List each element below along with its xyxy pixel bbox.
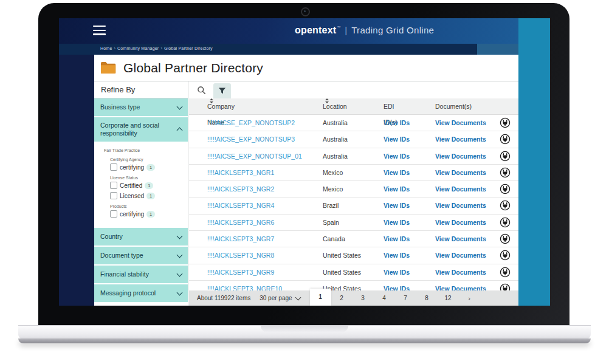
view-documents-link[interactable]: View Documents: [435, 165, 486, 180]
breadcrumb-item[interactable]: Community Manager: [117, 46, 159, 50]
connect-plug-icon[interactable]: [500, 117, 511, 128]
connect-plug-icon[interactable]: [500, 267, 511, 278]
sidebar-section-country[interactable]: Country: [94, 228, 188, 246]
page-button-12[interactable]: 12: [438, 290, 459, 306]
next-page-button[interactable]: ›: [459, 295, 480, 302]
sidebar-section-corporate-social-responsibility[interactable]: Corporate and social responsibility: [94, 117, 188, 142]
page-button-8[interactable]: 8: [416, 290, 438, 306]
company-name-link[interactable]: !!!!!AICSE_EXP_NONOTSUP2: [207, 115, 295, 131]
view-documents-link[interactable]: View Documents: [435, 148, 486, 164]
view-ids-link[interactable]: View IDs: [384, 181, 410, 197]
app-header-bar: [59, 18, 518, 44]
company-name-link[interactable]: !!!!AICKLSEPT3_NGR2: [207, 181, 274, 197]
view-documents-link[interactable]: View Documents: [435, 215, 486, 230]
connect-plug-icon[interactable]: [500, 184, 511, 194]
sidebar-section-business-type[interactable]: Business type: [94, 98, 188, 116]
sidebar-section-messaging-protocol[interactable]: Messaging protocol: [94, 284, 188, 302]
option-label: certifying: [120, 211, 144, 218]
table-body: !!!!!AICSE_EXP_NONOTSUP2 Australia View …: [189, 115, 518, 297]
breadcrumb-item[interactable]: Global Partner Directory: [164, 46, 213, 50]
view-ids-link[interactable]: View IDs: [384, 165, 410, 180]
items-summary: About 119922 items: [197, 295, 250, 301]
trademark-symbol: ™: [337, 26, 340, 29]
sort-icon: [210, 98, 213, 103]
page-button-4[interactable]: 4: [374, 290, 395, 306]
company-name-link[interactable]: !!!!AICKLSEPT3_NGR1: [207, 165, 274, 180]
filter-option-products-certifying[interactable]: certifying 1: [110, 210, 188, 218]
filter-tab[interactable]: [213, 83, 231, 98]
table-row: !!!!AICKLSEPT3_NGR2 Mexico View IDs View…: [189, 181, 518, 197]
table-row: !!!!AICKLSEPT3_NGR6 Spain View IDs View …: [189, 215, 518, 231]
breadcrumb-separator: ›: [114, 46, 115, 50]
connect-plug-icon[interactable]: [500, 250, 511, 261]
chevron-down-icon: [177, 270, 183, 276]
table-row: !!!!!AICSE_EXP_NONOTSUP2 Australia View …: [189, 115, 518, 131]
connect-plug-icon[interactable]: [500, 167, 511, 178]
pagination-bar: About 119922 items 30 per page 12347812 …: [189, 290, 518, 306]
location-cell: Canada: [323, 231, 345, 247]
sort-icon: [325, 98, 329, 103]
refine-by-heading: Refine By: [94, 81, 188, 98]
count-badge: 1: [146, 193, 155, 199]
page-button-2[interactable]: 2: [331, 290, 353, 306]
view-ids-link[interactable]: View IDs: [384, 215, 410, 230]
checkbox[interactable]: [110, 192, 117, 199]
connect-plug-icon[interactable]: [500, 233, 511, 244]
search-icon[interactable]: [197, 86, 206, 95]
filter-option-licensed[interactable]: Licensed 1: [110, 192, 188, 199]
sidebar-section-financial-stability[interactable]: Financial stability: [94, 266, 188, 283]
view-ids-link[interactable]: View IDs: [384, 115, 410, 131]
company-name-link[interactable]: !!!!!AICSE_EXP_NONOTSUP_01: [207, 148, 302, 164]
company-name-link[interactable]: !!!!AICKLSEPT3_NGR8: [207, 247, 274, 263]
partner-table: Company Name Location EDI ID(s) Document…: [189, 81, 518, 306]
breadcrumb-item[interactable]: Home: [100, 46, 112, 50]
checkbox[interactable]: [110, 163, 117, 171]
page-button-3[interactable]: 3: [353, 290, 374, 306]
filter-option-certifying-agency[interactable]: certifying 1: [110, 163, 188, 171]
refine-sidebar: Refine By Business type Corporate and so…: [94, 81, 188, 306]
page-button-1[interactable]: 1: [310, 289, 331, 306]
connect-plug-icon[interactable]: [500, 200, 511, 211]
table-row: !!!!AICKLSEPT3_NGR8 United States View I…: [189, 247, 518, 264]
view-documents-link[interactable]: View Documents: [435, 131, 486, 147]
view-documents-link[interactable]: View Documents: [435, 247, 486, 263]
view-ids-link[interactable]: View IDs: [384, 148, 410, 164]
company-name-link[interactable]: !!!!AICKLSEPT3_NGR7: [207, 231, 274, 247]
count-badge: 1: [146, 211, 155, 218]
view-ids-link[interactable]: View IDs: [384, 131, 410, 147]
connect-plug-icon[interactable]: [500, 134, 511, 145]
view-ids-link[interactable]: View IDs: [384, 247, 410, 263]
breadcrumb: Home›Community Manager›Global Partner Di…: [100, 46, 213, 50]
menu-icon[interactable]: [93, 26, 106, 38]
filter-option-certified[interactable]: Certified 1: [110, 182, 188, 189]
table-row: !!!!AICKLSEPT3_NGR9 United States View I…: [189, 264, 518, 281]
breadcrumb-separator: ›: [160, 46, 162, 50]
page-size-dropdown[interactable]: 30 per page: [260, 295, 300, 301]
page-button-7[interactable]: 7: [395, 290, 416, 306]
sidebar-section-document-type[interactable]: Document type: [94, 247, 188, 264]
view-ids-link[interactable]: View IDs: [384, 231, 410, 247]
table-toolbar: [189, 81, 518, 98]
view-documents-link[interactable]: View Documents: [435, 115, 486, 131]
facet-expanded-panel: Fair Trade Practice Certifying Agency ce…: [94, 143, 188, 228]
company-name-link[interactable]: !!!!AICKLSEPT3_NGR4: [207, 197, 274, 213]
checkbox[interactable]: [110, 210, 117, 218]
page-title: Global Partner Directory: [123, 55, 263, 81]
logo-divider: |: [345, 25, 347, 35]
main-panel: Global Partner Directory Refine By Busin…: [94, 55, 518, 306]
connect-plug-icon[interactable]: [500, 151, 511, 162]
company-name-link[interactable]: !!!!AICKLSEPT3_NGR6: [207, 215, 274, 230]
view-documents-link[interactable]: View Documents: [435, 197, 486, 213]
view-ids-link[interactable]: View IDs: [384, 264, 410, 280]
checkbox[interactable]: [110, 182, 117, 189]
count-badge: 1: [145, 182, 153, 189]
title-bar: Global Partner Directory: [94, 55, 518, 81]
view-ids-link[interactable]: View IDs: [384, 197, 410, 213]
view-documents-link[interactable]: View Documents: [435, 264, 486, 280]
company-name-link[interactable]: !!!!AICKLSEPT3_NGR9: [207, 264, 274, 280]
company-name-link[interactable]: !!!!!AICSE_EXP_NONOTSUP3: [207, 131, 295, 147]
chevron-up-icon: [177, 128, 183, 134]
view-documents-link[interactable]: View Documents: [435, 231, 486, 247]
view-documents-link[interactable]: View Documents: [435, 181, 486, 197]
connect-plug-icon[interactable]: [500, 217, 511, 228]
